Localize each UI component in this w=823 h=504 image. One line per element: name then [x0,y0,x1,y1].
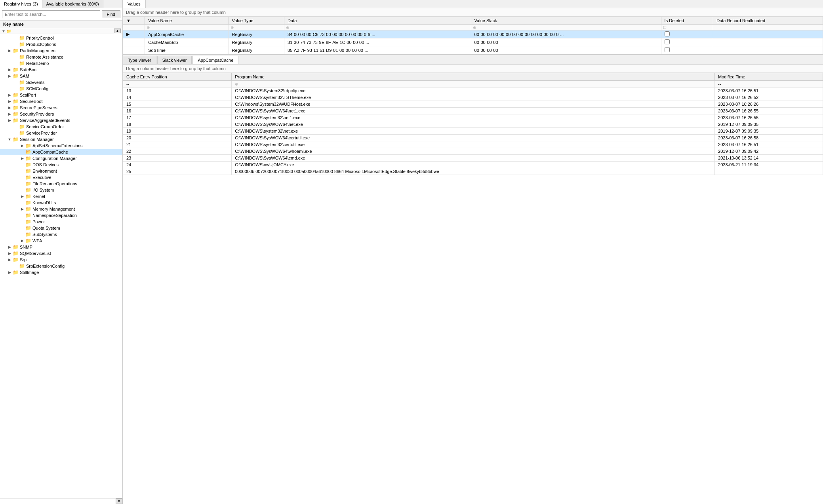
tree-item[interactable]: 📁ScEvents [0,79,122,86]
tree-item[interactable]: 📂AppCompatCache [0,149,122,155]
filter-data-icon[interactable]: ⊕ [286,25,289,30]
tree-expander[interactable]: ▶ [6,112,13,116]
tree-item[interactable]: 📁RetailDemo [0,60,122,67]
col-value-slack-label[interactable]: Value Slack [471,17,661,25]
col-is-deleted-label[interactable]: Is Deleted [661,17,713,25]
list-item[interactable]: 22 C:\WINDOWS\SysWOW64\whoami.exe 2019-1… [123,148,823,155]
tab-available-bookmarks[interactable]: Available bookmarks (60/0) [42,0,103,8]
tree-item[interactable]: ▶📁ApiSetSchemaExtensions [0,143,122,149]
list-item[interactable]: 21 C:\WINDOWS\system32\certutil.exe 2023… [123,141,823,148]
tab-type-viewer[interactable]: Type viewer [123,56,156,64]
tree-item[interactable]: ▶📁SecureBoot [0,98,122,105]
tree-item[interactable]: 📁Remote Assistance [0,54,122,60]
tree-expander[interactable]: ▶ [6,49,13,53]
tree-expander[interactable]: ▶ [6,68,13,72]
tree-expander[interactable]: ▶ [6,245,13,249]
list-item[interactable]: 16 C:\WINDOWS\SysWOW64\net1.exe 2023-03-… [123,108,823,114]
tree-item[interactable]: ▶📁WPA [0,238,122,244]
tree-expander[interactable]: ▼ [6,137,13,141]
tree-expander[interactable]: ▶ [19,194,25,198]
scroll-down-btn[interactable]: ▼ [116,498,122,504]
tree-item[interactable]: 📁ServiceGroupOrder [0,124,122,130]
list-item[interactable]: 20 C:\WINDOWS\SysWOW64\certutil.exe 2023… [123,135,823,141]
find-button[interactable]: Find [102,10,120,18]
tree-item[interactable]: 📁SCMConfig [0,86,122,92]
tree-item[interactable]: ▼📁Session Manager [0,136,122,143]
tree-expander[interactable]: ▶ [6,99,13,103]
table-row[interactable]: ▶ AppCompatCache RegBinary 34-00-00-00-C… [123,30,823,38]
tree-item[interactable]: ▶📁RadioManagement [0,48,122,54]
list-item[interactable]: 14 C:\WINDOWS\system32\TSTheme.exe 2023-… [123,94,823,101]
list-item[interactable]: 13 C:\WINDOWS\System32\rdpclip.exe 2023-… [123,87,823,94]
tree-item[interactable]: ▶📁Kernel [0,193,122,200]
tree-item[interactable]: 📁NamespaceSeparation [0,212,122,219]
tree-item[interactable]: ▶📁SafeBoot [0,67,122,73]
filter-value-name-icon[interactable]: ⊕ [147,25,150,30]
tree-item[interactable]: 📁SubSystems [0,231,122,238]
tab-slack-viewer[interactable]: Slack viewer [157,56,192,64]
tree-item[interactable]: ▶📁ServiceAggregatedEvents [0,117,122,124]
tree-item[interactable]: 📁PriorityControl [0,35,122,41]
tree-container[interactable]: 📁PriorityControl📁ProductOptions▶📁RadioMa… [0,34,122,498]
tab-appcompat-cache[interactable]: AppCompatCache [192,56,238,64]
cache-col-modified[interactable]: Modified Time [715,73,823,81]
col-data-label[interactable]: Data [284,17,471,25]
list-item[interactable]: 19 C:\WINDOWS\system32\net.exe 2019-12-0… [123,128,823,135]
tree-item[interactable]: ▶📁SAM [0,73,122,79]
cache-col-program[interactable]: Program Name [232,73,715,81]
list-item[interactable]: 25 0000000b 00720000071f0033 000a00004a6… [123,168,823,175]
list-item[interactable]: 15 C:\Windows\System32\WUDFHost.exe 2023… [123,101,823,108]
cache-col-position[interactable]: Cache Entry Position [123,73,232,81]
tree-expander[interactable]: ▶ [6,106,13,110]
tree-item[interactable]: ▶📁SecurePipeServers [0,105,122,111]
tab-values[interactable]: Values [123,0,146,8]
search-input[interactable] [2,10,100,18]
tree-item[interactable]: ▶📁Configuration Manager [0,155,122,162]
tree-expander[interactable]: ▶ [19,156,25,160]
tree-item[interactable]: 📁Power [0,219,122,225]
tree-expand-icon[interactable]: ▼ [2,29,6,33]
filter-deleted-icon[interactable]: ☐ [663,25,667,30]
tree-item[interactable]: ▶📁ScsiPort [0,92,122,98]
list-item[interactable]: 24 C:\WINDOWS\owUjOMCY.exe 2023-06-21 11… [123,162,823,168]
col-data-record-label[interactable]: Data Record Reallocated [713,17,823,25]
tree-expander[interactable]: ▶ [19,144,25,148]
tree-item[interactable]: ▶📁SNMP [0,244,122,250]
col-value-type-label[interactable]: Value Type [229,17,284,25]
table-row[interactable]: CacheMainSdb RegBinary 31-30-74-73-73-9E… [123,38,823,46]
tree-item[interactable]: 📁Environment [0,168,122,174]
filter-value-type-icon[interactable]: ⊕ [231,25,234,30]
scroll-up-btn[interactable]: ▲ [114,29,121,33]
col-value-name[interactable]: ▼ [123,17,145,25]
cache-table-container[interactable]: Cache Entry Position Program Name Modifi… [123,73,823,504]
cache-filter-pos-icon[interactable]: ⊕ [235,82,238,86]
list-item[interactable]: 23 C:\WINDOWS\SysWOW64\cmd.exe 2021-10-0… [123,155,823,162]
tab-registry-hives[interactable]: Registry hives (3) [0,0,42,8]
tree-item[interactable]: ▶📁Memory Management [0,206,122,212]
tree-item[interactable]: ▶📁StillImage [0,269,122,276]
tree-item[interactable]: 📁Executive [0,174,122,181]
table-row[interactable]: SdbTime RegBinary 85-A2-7F-93-11-51-D9-0… [123,46,823,54]
tree-item[interactable]: ▶📁SecurityProviders [0,111,122,117]
tree-item[interactable]: 📁ServiceProvider [0,130,122,136]
tree-expander[interactable]: ▶ [6,118,13,122]
tree-expander[interactable]: ▶ [19,239,25,243]
tree-item[interactable]: 📁FileRenameOperations [0,181,122,187]
tree-item[interactable]: ▶📁Srp [0,257,122,263]
tree-item[interactable]: 📁ProductOptions [0,41,122,48]
tree-item[interactable]: 📁Quota System [0,225,122,231]
list-item[interactable]: 17 C:\WINDOWS\system32\net1.exe 2023-03-… [123,114,823,121]
filter-slack-icon[interactable]: ⊕ [473,25,476,30]
tree-item[interactable]: 📁I/O System [0,187,122,193]
tree-expander[interactable]: ▶ [19,207,25,211]
tree-item[interactable]: 📁DOS Devices [0,162,122,168]
tree-expander[interactable]: ▶ [6,74,13,78]
tree-item[interactable]: 📁SrpExtensionConfig [0,263,122,269]
tree-expander[interactable]: ▶ [6,270,13,274]
tree-expander[interactable]: ▶ [6,251,13,255]
tree-item[interactable]: 📁KnownDLLs [0,200,122,206]
list-item[interactable]: 18 C:\WINDOWS\SysWOW64\net.exe 2019-12-0… [123,121,823,128]
tree-item[interactable]: ▶📁SQMServiceList [0,250,122,257]
tree-expander[interactable]: ▶ [6,93,13,97]
col-value-name-label[interactable]: Value Name [145,17,229,25]
